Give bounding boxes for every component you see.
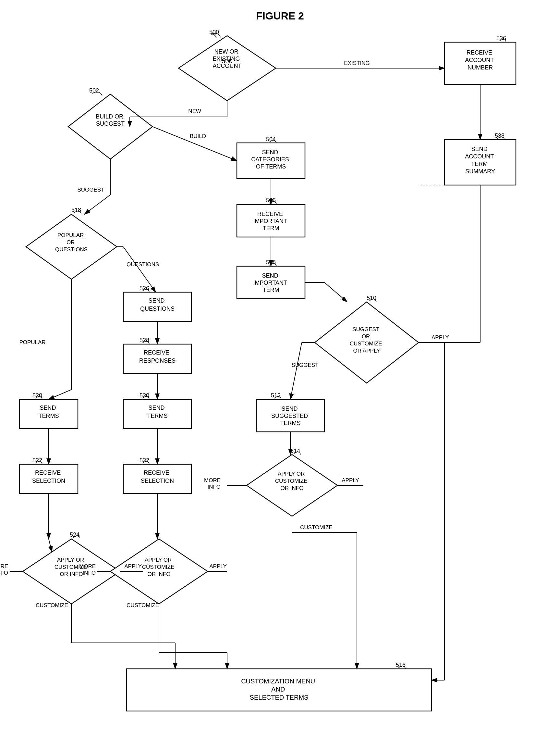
arrow-502-518b — [84, 195, 110, 214]
svg-text:522: 522 — [32, 457, 42, 464]
svg-text:512: 512 — [271, 392, 281, 399]
svg-text:538: 538 — [495, 132, 505, 139]
svg-text:524: 524 — [70, 532, 80, 538]
node-524: APPLY OR CUSTOMIZE OR INFO 524 — [23, 532, 120, 604]
node-500: 500 NEW OR EXISTING ACCOUNT 500 — [178, 29, 276, 101]
arrow-508-510b — [324, 282, 347, 302]
label-apply-514: APPLY — [342, 477, 359, 484]
flowchart-diagram: FIGURE 2 500 NEW OR EXISTING ACCOUNT 500… — [0, 0, 560, 749]
label-suggest-510: SUGGEST — [291, 362, 318, 368]
arrow-518-520b — [49, 390, 71, 399]
label-questions: QUESTIONS — [127, 261, 159, 268]
arrow-502-504 — [153, 127, 237, 161]
svg-text:504: 504 — [266, 136, 276, 143]
label-customize-514: CUSTOMIZE — [300, 524, 333, 531]
node-538: SEND ACCOUNT TERM SUMMARY 538 — [445, 132, 516, 185]
node-536: RECEIVE ACCOUNT NUMBER 536 — [445, 35, 516, 84]
node-516: CUSTOMIZATION MENU AND SELECTED TERMS 51… — [127, 662, 431, 711]
svg-text:RECEIVE
      ACCOUNT
      NU: RECEIVE ACCOUNT NUMBER — [465, 49, 495, 71]
node-518: POPULAR OR QUESTIONS 518 — [26, 207, 117, 279]
svg-text:510: 510 — [367, 295, 376, 301]
svg-text:516: 516 — [396, 662, 406, 668]
svg-text:514: 514 — [290, 448, 300, 454]
svg-text:532: 532 — [139, 457, 149, 464]
label-existing: EXISTING — [344, 60, 369, 66]
node-514: APPLY OR CUSTOMIZE OR INFO 514 — [247, 448, 337, 516]
label-moreinfo-514: MORE — [204, 477, 221, 484]
svg-text:528: 528 — [139, 337, 149, 343]
label-apply-524: APPLY — [124, 563, 142, 570]
svg-text:536: 536 — [496, 35, 506, 42]
label-customize-524: CUSTOMIZE — [36, 602, 68, 608]
label-build: BUILD — [190, 133, 206, 139]
svg-text:526: 526 — [139, 285, 149, 292]
svg-rect-54 — [445, 42, 516, 84]
svg-text:NEW OR
      EXISTING
      AC: NEW OR EXISTING ACCOUNT — [212, 48, 241, 69]
label-moreinfo-514b: INFO — [207, 484, 221, 490]
svg-text:500: 500 — [209, 29, 219, 36]
arrow-522-524b — [49, 539, 52, 552]
label-moreinfo-524b: INFO — [0, 570, 8, 576]
node-526: SEND QUESTIONS 526 — [123, 285, 192, 321]
arrow-510-512b — [290, 343, 302, 399]
label-moreinfo-534: MORE — [79, 563, 96, 570]
figure-title: FIGURE 2 — [256, 10, 304, 22]
label-moreinfo-534b: INFO — [83, 570, 96, 576]
node-520: SEND TERMS 520 — [20, 392, 78, 429]
node-510: SUGGEST OR CUSTOMIZE OR APPLY 510 — [315, 295, 419, 383]
svg-text:518: 518 — [71, 207, 81, 213]
label-suggest-502: SUGGEST — [77, 187, 104, 193]
svg-text:520: 520 — [32, 392, 42, 399]
label-apply-534: APPLY — [209, 563, 227, 570]
svg-text:530: 530 — [139, 392, 149, 399]
label-moreinfo-524: MORE — [0, 563, 8, 570]
label-popular: POPULAR — [19, 339, 45, 345]
label-new: NEW — [188, 108, 201, 114]
node-502: BUILD OR SUGGEST 502 — [68, 87, 153, 159]
label-apply-510: APPLY — [431, 335, 449, 341]
node-504: SEND CATEGORIES OF TERMS 504 — [237, 136, 305, 178]
label-customize-534: CUSTOMIZE — [127, 602, 159, 608]
